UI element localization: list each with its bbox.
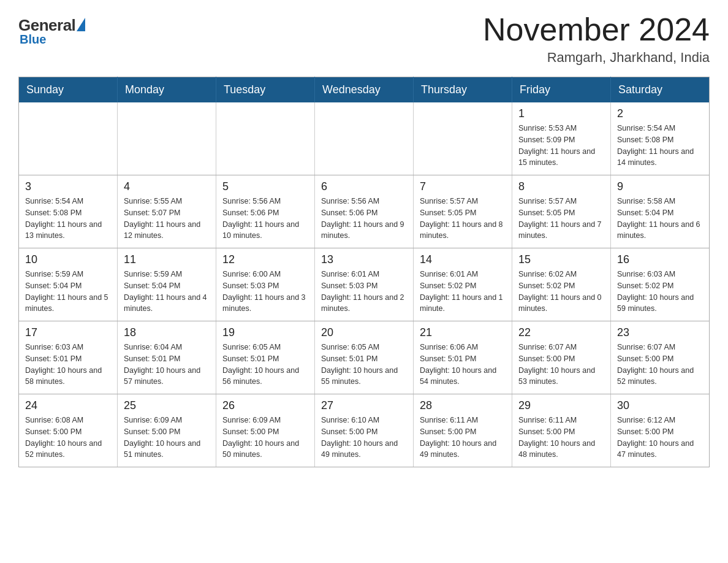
calendar-cell-2-6: 16Sunrise: 6:03 AMSunset: 5:02 PMDayligh… xyxy=(611,248,710,321)
day-number: 24 xyxy=(25,399,111,412)
day-info: Sunrise: 5:57 AMSunset: 5:05 PMDaylight:… xyxy=(420,196,506,242)
calendar-cell-3-1: 18Sunrise: 6:04 AMSunset: 5:01 PMDayligh… xyxy=(118,321,216,394)
calendar-cell-4-2: 26Sunrise: 6:09 AMSunset: 5:00 PMDayligh… xyxy=(216,394,315,467)
day-info: Sunrise: 5:58 AMSunset: 5:04 PMDaylight:… xyxy=(617,196,703,242)
day-number: 21 xyxy=(420,326,506,339)
header-saturday: Saturday xyxy=(611,77,710,103)
day-number: 10 xyxy=(25,253,111,266)
day-info: Sunrise: 6:10 AMSunset: 5:00 PMDaylight:… xyxy=(321,415,407,461)
day-number: 1 xyxy=(518,107,604,120)
day-info: Sunrise: 5:54 AMSunset: 5:08 PMDaylight:… xyxy=(617,123,703,169)
day-number: 14 xyxy=(420,253,506,266)
calendar-row-3: 17Sunrise: 6:03 AMSunset: 5:01 PMDayligh… xyxy=(19,321,710,394)
calendar-cell-0-4 xyxy=(414,102,512,175)
calendar-row-0: 1Sunrise: 5:53 AMSunset: 5:09 PMDaylight… xyxy=(19,102,710,175)
day-number: 20 xyxy=(321,326,407,339)
day-info: Sunrise: 5:59 AMSunset: 5:04 PMDaylight:… xyxy=(124,269,210,315)
day-info: Sunrise: 6:11 AMSunset: 5:00 PMDaylight:… xyxy=(420,415,506,461)
header: General Blue November 2024 Ramgarh, Jhar… xyxy=(18,12,710,66)
calendar-cell-2-0: 10Sunrise: 5:59 AMSunset: 5:04 PMDayligh… xyxy=(19,248,118,321)
header-wednesday: Wednesday xyxy=(315,77,414,103)
calendar-cell-0-2 xyxy=(216,102,315,175)
calendar-cell-4-4: 28Sunrise: 6:11 AMSunset: 5:00 PMDayligh… xyxy=(414,394,512,467)
day-info: Sunrise: 6:05 AMSunset: 5:01 PMDaylight:… xyxy=(222,342,308,388)
day-number: 23 xyxy=(617,326,703,339)
calendar-cell-3-4: 21Sunrise: 6:06 AMSunset: 5:01 PMDayligh… xyxy=(414,321,512,394)
calendar-cell-3-5: 22Sunrise: 6:07 AMSunset: 5:00 PMDayligh… xyxy=(512,321,611,394)
main-title: November 2024 xyxy=(483,12,710,47)
day-number: 4 xyxy=(124,180,210,193)
day-number: 11 xyxy=(124,253,210,266)
calendar-cell-1-4: 7Sunrise: 5:57 AMSunset: 5:05 PMDaylight… xyxy=(414,175,512,248)
calendar-cell-1-1: 4Sunrise: 5:55 AMSunset: 5:07 PMDaylight… xyxy=(118,175,216,248)
day-info: Sunrise: 5:56 AMSunset: 5:06 PMDaylight:… xyxy=(222,196,308,242)
calendar-row-2: 10Sunrise: 5:59 AMSunset: 5:04 PMDayligh… xyxy=(19,248,710,321)
calendar-cell-4-5: 29Sunrise: 6:11 AMSunset: 5:00 PMDayligh… xyxy=(512,394,611,467)
calendar-row-4: 24Sunrise: 6:08 AMSunset: 5:00 PMDayligh… xyxy=(19,394,710,467)
day-number: 17 xyxy=(25,326,111,339)
calendar-cell-1-6: 9Sunrise: 5:58 AMSunset: 5:04 PMDaylight… xyxy=(611,175,710,248)
day-info: Sunrise: 6:09 AMSunset: 5:00 PMDaylight:… xyxy=(222,415,308,461)
day-info: Sunrise: 6:04 AMSunset: 5:01 PMDaylight:… xyxy=(124,342,210,388)
day-number: 30 xyxy=(617,399,703,412)
logo-triangle-icon xyxy=(77,18,85,31)
day-number: 18 xyxy=(124,326,210,339)
header-sunday: Sunday xyxy=(19,77,118,103)
calendar-cell-2-3: 13Sunrise: 6:01 AMSunset: 5:03 PMDayligh… xyxy=(315,248,414,321)
day-info: Sunrise: 5:56 AMSunset: 5:06 PMDaylight:… xyxy=(321,196,407,242)
calendar-cell-0-6: 2Sunrise: 5:54 AMSunset: 5:08 PMDaylight… xyxy=(611,102,710,175)
day-info: Sunrise: 6:01 AMSunset: 5:03 PMDaylight:… xyxy=(321,269,407,315)
calendar-cell-1-2: 5Sunrise: 5:56 AMSunset: 5:06 PMDaylight… xyxy=(216,175,315,248)
calendar-cell-2-4: 14Sunrise: 6:01 AMSunset: 5:02 PMDayligh… xyxy=(414,248,512,321)
calendar-cell-1-0: 3Sunrise: 5:54 AMSunset: 5:08 PMDaylight… xyxy=(19,175,118,248)
day-number: 6 xyxy=(321,180,407,193)
day-number: 5 xyxy=(222,180,308,193)
day-number: 8 xyxy=(518,180,604,193)
day-number: 15 xyxy=(518,253,604,266)
day-info: Sunrise: 6:07 AMSunset: 5:00 PMDaylight:… xyxy=(617,342,703,388)
day-number: 25 xyxy=(124,399,210,412)
day-info: Sunrise: 6:06 AMSunset: 5:01 PMDaylight:… xyxy=(420,342,506,388)
day-number: 9 xyxy=(617,180,703,193)
day-number: 7 xyxy=(420,180,506,193)
day-info: Sunrise: 5:55 AMSunset: 5:07 PMDaylight:… xyxy=(124,196,210,242)
day-number: 19 xyxy=(222,326,308,339)
calendar-cell-0-1 xyxy=(118,102,216,175)
header-monday: Monday xyxy=(118,77,216,103)
day-number: 13 xyxy=(321,253,407,266)
calendar-cell-4-6: 30Sunrise: 6:12 AMSunset: 5:00 PMDayligh… xyxy=(611,394,710,467)
day-number: 27 xyxy=(321,399,407,412)
calendar-cell-3-3: 20Sunrise: 6:05 AMSunset: 5:01 PMDayligh… xyxy=(315,321,414,394)
day-info: Sunrise: 5:57 AMSunset: 5:05 PMDaylight:… xyxy=(518,196,604,242)
day-info: Sunrise: 5:53 AMSunset: 5:09 PMDaylight:… xyxy=(518,123,604,169)
day-info: Sunrise: 6:02 AMSunset: 5:02 PMDaylight:… xyxy=(518,269,604,315)
calendar-cell-0-0 xyxy=(19,102,118,175)
calendar-cell-0-5: 1Sunrise: 5:53 AMSunset: 5:09 PMDaylight… xyxy=(512,102,611,175)
day-number: 22 xyxy=(518,326,604,339)
calendar-cell-3-0: 17Sunrise: 6:03 AMSunset: 5:01 PMDayligh… xyxy=(19,321,118,394)
day-number: 28 xyxy=(420,399,506,412)
calendar-cell-2-5: 15Sunrise: 6:02 AMSunset: 5:02 PMDayligh… xyxy=(512,248,611,321)
title-area: November 2024 Ramgarh, Jharkhand, India xyxy=(483,12,710,66)
day-info: Sunrise: 6:07 AMSunset: 5:00 PMDaylight:… xyxy=(518,342,604,388)
day-info: Sunrise: 6:12 AMSunset: 5:00 PMDaylight:… xyxy=(617,415,703,461)
day-info: Sunrise: 6:05 AMSunset: 5:01 PMDaylight:… xyxy=(321,342,407,388)
day-number: 2 xyxy=(617,107,703,120)
day-number: 29 xyxy=(518,399,604,412)
header-thursday: Thursday xyxy=(414,77,512,103)
header-friday: Friday xyxy=(512,77,611,103)
day-info: Sunrise: 6:08 AMSunset: 5:00 PMDaylight:… xyxy=(25,415,111,461)
calendar-cell-2-1: 11Sunrise: 5:59 AMSunset: 5:04 PMDayligh… xyxy=(118,248,216,321)
calendar-cell-3-6: 23Sunrise: 6:07 AMSunset: 5:00 PMDayligh… xyxy=(611,321,710,394)
day-info: Sunrise: 6:03 AMSunset: 5:01 PMDaylight:… xyxy=(25,342,111,388)
day-number: 3 xyxy=(25,180,111,193)
calendar-table: Sunday Monday Tuesday Wednesday Thursday… xyxy=(18,77,710,467)
day-info: Sunrise: 6:03 AMSunset: 5:02 PMDaylight:… xyxy=(617,269,703,315)
calendar-cell-3-2: 19Sunrise: 6:05 AMSunset: 5:01 PMDayligh… xyxy=(216,321,315,394)
day-info: Sunrise: 5:59 AMSunset: 5:04 PMDaylight:… xyxy=(25,269,111,315)
day-info: Sunrise: 6:11 AMSunset: 5:00 PMDaylight:… xyxy=(518,415,604,461)
calendar-cell-2-2: 12Sunrise: 6:00 AMSunset: 5:03 PMDayligh… xyxy=(216,248,315,321)
calendar-cell-4-1: 25Sunrise: 6:09 AMSunset: 5:00 PMDayligh… xyxy=(118,394,216,467)
day-info: Sunrise: 6:01 AMSunset: 5:02 PMDaylight:… xyxy=(420,269,506,315)
calendar-cell-0-3 xyxy=(315,102,414,175)
